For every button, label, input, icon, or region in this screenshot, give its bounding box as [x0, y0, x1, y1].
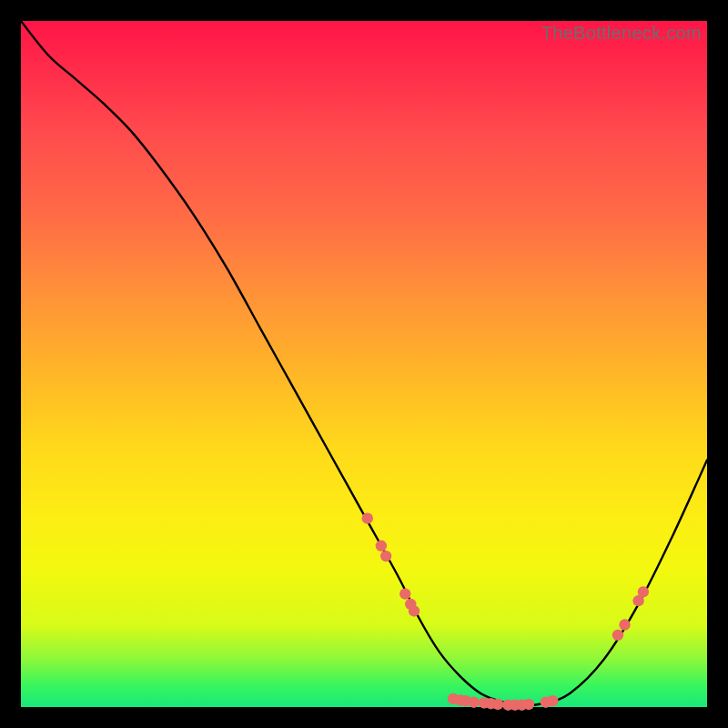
chart-marker: [362, 512, 373, 523]
chart-marker: [492, 699, 503, 710]
plot-area: TheBottleneck.com: [21, 21, 707, 707]
chart-marker: [638, 586, 649, 597]
bottleneck-curve: [21, 21, 707, 705]
chart-marker: [468, 697, 479, 708]
chart-frame: TheBottleneck.com: [0, 0, 728, 728]
chart-marker: [619, 619, 630, 630]
chart-marker: [612, 630, 623, 641]
chart-svg: [21, 21, 707, 707]
chart-marker: [376, 541, 387, 551]
chart-marker: [380, 551, 391, 561]
chart-marker: [409, 605, 420, 616]
chart-marker: [523, 699, 534, 710]
chart-marker: [547, 695, 558, 706]
chart-markers: [362, 512, 650, 710]
chart-marker: [399, 588, 410, 599]
